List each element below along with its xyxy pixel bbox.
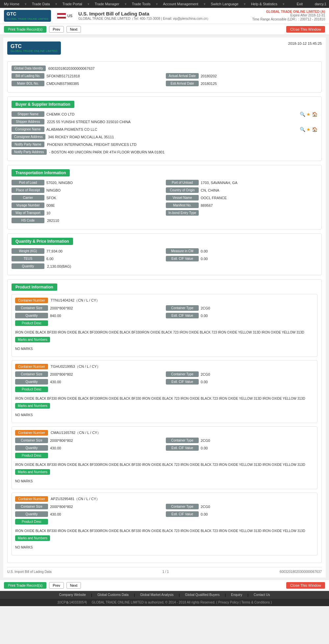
container-2-marks-value: NO MARKS [15, 411, 314, 419]
shipper-address-row: Shipper Address 2225 55 YUNSHI STREET NI… [12, 119, 317, 124]
us-flag [57, 13, 66, 19]
consignee-search-icon[interactable]: 🔍 [300, 127, 305, 132]
flag-area[interactable]: US [57, 13, 72, 19]
consignee-name-value: ALABAMA PIGMENTS CO LLC [46, 127, 97, 131]
footer-link-global-customs-data[interactable]: Global Customs Data [97, 593, 129, 597]
consignee-star-icon[interactable]: ★ [306, 127, 311, 132]
notify-party-name-row: Notify Party Name PHOENIX INTERNATIONAL … [12, 142, 317, 147]
nav-help-statistics[interactable]: Help & Statistics [250, 1, 279, 7]
quantity-label: Quantity [12, 263, 44, 269]
identity-section: Global Data Identity 6003201802030000006… [7, 61, 322, 93]
container-1-size-value: 2000*806*802 [50, 306, 73, 310]
carrier-row: Carrier SFOK Vessel Name OOCL FRANCE [12, 195, 317, 201]
nav-account-management[interactable]: Account Management [162, 1, 200, 7]
footer-separator-1: | [91, 593, 92, 597]
nav-trade-tools[interactable]: Trade Tools [131, 1, 152, 7]
container-2-number-label: Container Number [15, 364, 48, 369]
nav-my-home[interactable]: My Home [3, 1, 21, 7]
shipper-address-label: Shipper Address [12, 119, 44, 124]
voyage-number-row: Voyage Number 008E Manifest No. 889567 [12, 202, 317, 208]
nav-trade-portal[interactable]: Trade Portal [61, 1, 84, 7]
container-4-marks-label: Marks and Numbers [15, 535, 50, 541]
mater-bol-label: Mater BOL No. [12, 81, 44, 86]
bol-row: Bill of Lading No. SFOKNBS17121818 Actua… [12, 73, 317, 79]
container-4-qty-left: Quantity 430.00 [15, 511, 163, 517]
footer-link-global-market-analysis[interactable]: Global Market Analysis [140, 593, 174, 597]
footer-link-contact-us[interactable]: Contact Us [254, 593, 270, 597]
container-4-product-desc-label: Product Desc [15, 519, 48, 524]
shipper-address-value: 2225 55 YUNSHI STREET NINGBO 315010 CHIN… [47, 120, 317, 124]
close-button[interactable]: Close This Window [286, 26, 325, 33]
bill-of-lading-label: Bill of Lading No. [12, 73, 44, 79]
container-2-marks-label-row: Marks and Numbers [15, 403, 314, 409]
container-3-type-right: Container Type 2CG0 [166, 438, 314, 443]
container-1-size-row: Container Size 2000*806*802 Container Ty… [15, 305, 314, 311]
container-3-size-row: Container Size 2000*806*802 Container Ty… [15, 438, 314, 443]
notify-party-address-value: - BOSTON 400 UNICORN PARK DR 4TH FLOOR W… [49, 150, 317, 154]
nav-switch-language[interactable]: Switch Language [210, 1, 240, 7]
container-1-cif-label: Estl. CIF Value [166, 313, 199, 318]
container-3-size-value: 2000*806*802 [50, 439, 73, 443]
product-information-title: Product Information [12, 283, 57, 291]
nav-exit[interactable]: Exit [295, 1, 304, 7]
bottom-close-button[interactable]: Close This Window [286, 582, 325, 589]
shipper-home-icon[interactable]: 🏠 [312, 112, 317, 117]
container-3-qty-row: Quantity 430.00 Estl. CIF Value 0.00 [15, 445, 314, 451]
bottom-next-button[interactable]: Next [66, 582, 81, 589]
container-4-qty-value: 430.00 [50, 512, 61, 516]
container-1-type-label: Container Type [166, 305, 199, 311]
container-1-number-row: Container Number TTNU1404242（CN / L / CY… [15, 298, 314, 303]
container-2-type-right: Container Type 2CG0 [166, 371, 314, 377]
consignee-home-icon[interactable]: 🏠 [312, 127, 317, 132]
next-button[interactable]: Next [66, 26, 81, 33]
container-4-size-value: 2000*806*802 [50, 505, 73, 509]
shipper-star-icon[interactable]: ★ [306, 112, 311, 117]
footer-link-global-qualified-buyers[interactable]: Global Qualified Buyers [185, 593, 219, 597]
container-2-cif-value: 0.00 [201, 380, 208, 384]
place-of-receipt-row: Place of Receipt NINGBO Country of Origi… [12, 187, 317, 193]
bottom-print-button[interactable]: Print Trade Record(s) [4, 582, 46, 589]
container-4-number-row: Container Number APZU3295481（CN / L / CY… [15, 496, 314, 502]
bill-of-lading-value: SFOKNBS17121818 [46, 74, 80, 78]
container-3-product-desc-value: IRON OXIDE BLACK BF330 IRON OXIDE BLACK … [15, 460, 314, 469]
port-of-load-label: Port of Load [12, 180, 44, 185]
container-1-number-label: Container Number [15, 298, 48, 303]
container-2-product-desc-value: IRON OXIDE BLACK BF330 IRON OXIDE BLACK … [15, 394, 314, 403]
bol-right: Actual Arrival Date 20180202 [166, 73, 317, 79]
nav-trade-data[interactable]: Trade Data [31, 1, 51, 7]
shipper-name-row: Shipper Name CHEMIK CO LTD 🔍 ★ 🏠 [12, 111, 317, 117]
header-bar: GTC GLOBAL TRADE ONLINE LIMITED US U.S. … [0, 8, 329, 24]
footer-link-company-website[interactable]: Company Website [59, 593, 86, 597]
nav-trade-manager[interactable]: Trade Manager [93, 1, 121, 7]
print-button[interactable]: Print Trade Record(s) [4, 26, 46, 33]
container-1-type-value: 2CG0 [201, 306, 210, 310]
consignee-address-label: Consignee Address [12, 134, 45, 140]
expire-info: Expire After 2018-12-31 [252, 13, 325, 17]
weight-value: 77,934.00 [46, 249, 63, 253]
bottom-prev-button[interactable]: Prev [49, 582, 64, 589]
vessel-name-label: Vessel Name [166, 195, 199, 201]
footer-link-enquiry[interactable]: Enquiry [231, 593, 242, 597]
voyage-number-left: Voyage Number 008E [12, 202, 163, 208]
footer-separator-2: | [134, 593, 135, 597]
footer-copyright: 京ICP备14033305号 GLOBAL TRADE ONLINE LIMIT… [0, 599, 329, 606]
manifest-no-value: 889567 [201, 203, 213, 207]
container-4-size-row: Container Size 2000*806*802 Container Ty… [15, 504, 314, 509]
way-of-transport-left: Way of Transport 10 [12, 210, 163, 216]
bol-left: Bill of Lading No. SFOKNBS17121818 [12, 73, 163, 79]
teus-label: TEUS [12, 256, 44, 261]
buyer-supplier-title: Buyer & Supplier Information [12, 101, 74, 108]
port-of-unload-label: Port of Unload [166, 180, 199, 185]
container-1-marks-label-row: Marks and Numbers [15, 337, 314, 342]
voyage-number-value: 008E [46, 203, 55, 207]
container-3-marks-label: Marks and Numbers [15, 469, 50, 475]
doc-header: GTC GLOBAL TRADE ONLINE LIMITED 2018-10-… [7, 41, 322, 57]
container-3-qty-left: Quantity 430.00 [15, 445, 163, 451]
container-2-cif-right: Estl. CIF Value 0.00 [166, 379, 314, 385]
container-3-type-value: 2CG0 [201, 439, 210, 443]
shipper-search-icon[interactable]: 🔍 [300, 112, 305, 117]
place-of-receipt-left: Place of Receipt NINGBO [12, 187, 163, 193]
transportation-section: Transportation Information Port of Load … [7, 165, 322, 229]
prev-button[interactable]: Prev [49, 26, 64, 33]
weight-row: Weight (KG) 77,934.00 Measure in CM 0.00 [12, 248, 317, 254]
